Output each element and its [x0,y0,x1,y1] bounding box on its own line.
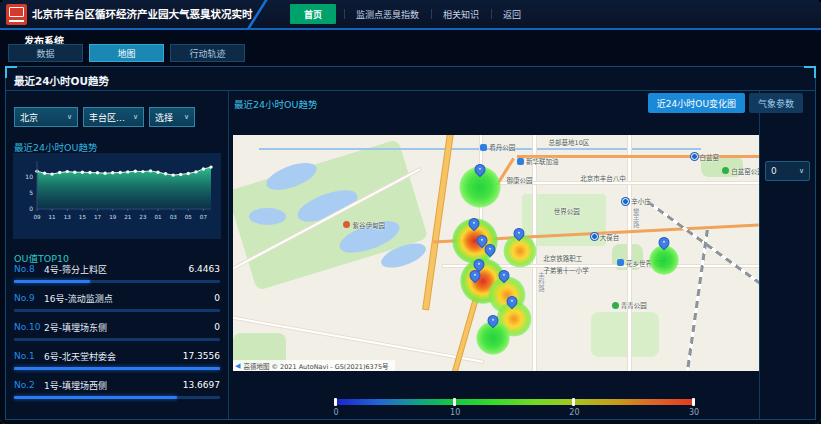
chevron-down-icon: ∨ [799,167,804,175]
ou-rank-label: No.1 [14,351,44,361]
chevron-down-icon: ∨ [67,113,72,121]
map-panel-button-0[interactable]: 近24小时OU变化图 [648,93,745,113]
svg-text:09: 09 [33,214,41,220]
svg-text:05: 05 [185,214,193,220]
ou-top-row-2: No.102号-填埋场东侧0 [14,321,220,341]
filter-select-2[interactable]: 选择∨ [149,107,195,127]
nav-item-1[interactable]: 监测点恶臭指数 [344,0,431,28]
chevron-down-icon: ∨ [184,113,189,121]
app-logo-icon [6,4,27,25]
svg-text:15: 15 [79,214,87,220]
map-label: 紫谷伊甸园 [343,220,385,230]
scale-tick-label: 0 [333,408,338,417]
svg-text:0: 0 [29,205,33,212]
map-label: 樊羊路 [630,208,640,228]
svg-text:23: 23 [139,214,147,220]
filter-row: 北京∨丰台区循环经济产∨选择∨ [14,107,195,127]
ou-rank-label: No.2 [14,380,44,390]
ou-bar-track [14,280,220,283]
ou-value: 0 [214,293,220,303]
trend-title: 最近24小时OU趋势 [14,140,98,154]
filter-select-0[interactable]: 北京∨ [14,107,78,127]
map-road [628,135,631,371]
scale-tick-mark [334,398,337,406]
map-label: 总部基地10区 [549,137,590,147]
filter-select-1[interactable]: 丰台区循环经济产∨ [83,107,144,127]
heat-scale-gradient-bar [336,399,694,405]
svg-text:19: 19 [109,214,117,220]
ou-value: 0 [214,322,220,332]
nav-item-0[interactable]: 首页 [290,4,336,24]
ou-rank-label: No.9 [14,293,44,303]
nav-item-3[interactable]: 返回 [491,0,533,28]
ou-top-list: No.84号-筛分上料区6.4463No.916号-流动监测点0No.102号-… [14,263,220,408]
map-label: 北京市丰台八中 [580,173,626,183]
map-label: 大葆台 [591,232,620,242]
ou-bar-track [14,338,220,341]
chevron-down-icon: ∨ [133,113,138,121]
red-poi-icon [343,221,350,228]
ou-bar-track [14,367,220,370]
ou-top-row-0: No.84号-筛分上料区6.4463 [14,263,220,283]
green-poi-icon [612,302,619,309]
blue-poi-icon [480,144,487,151]
ou-rank-label: No.8 [14,264,44,274]
map-panel-title: 最近24小时OU趋势 [234,97,318,111]
ou-site-name: 16号-流动监测点 [44,292,214,305]
ou-bar-fill [14,367,220,370]
scale-tick-label: 30 [689,408,699,417]
trend-chart-box: 0510091113151719212301030507 [13,153,221,239]
ou-bar-fill [14,396,177,399]
map-water-area [249,208,286,225]
green-poi-icon [722,167,729,174]
svg-text:01: 01 [154,214,162,220]
app-window: 北京市丰台区循环经济产业园大气恶臭状况实时 首页监测点恶臭指数相关知识返回 发布… [0,0,821,424]
map-label: 御康公园 [507,175,533,185]
map-layer-select[interactable]: 0 ∨ [765,161,810,181]
metro-poi-icon [591,233,598,240]
ou-value: 6.4463 [189,264,221,274]
scale-tick-mark [692,398,695,406]
main-nav: 首页监测点恶臭指数相关知识返回 [282,0,533,28]
scale-tick-label: 20 [569,408,579,417]
map-panel-button-1[interactable]: 气象参数 [749,93,803,113]
ou-site-name: 4号-筛分上料区 [44,263,189,276]
ou-top-row-4: No.21号-填埋场西侧13.6697 [14,379,220,399]
publish-tab-2[interactable]: 行动轨迹 [170,44,245,62]
main-panel: 最近24小时OU趋势 北京∨丰台区循环经济产∨选择∨ 最近24小时OU趋势 05… [5,66,816,420]
map-park-area [591,312,659,357]
ou-bar-track [14,309,220,312]
svg-text:5: 5 [29,189,33,196]
panel-header-divider [6,90,815,91]
app-title: 北京市丰台区循环经济产业园大气恶臭状况实时 [32,0,253,28]
map-label: 丰科路 [535,272,545,292]
map-label: 看丹公园 [480,142,515,152]
svg-text:21: 21 [124,214,132,220]
svg-text:10: 10 [25,173,33,180]
blue-poi-icon [617,259,624,266]
publish-tab-1[interactable]: 地图 [89,44,164,62]
publish-tab-0[interactable]: 数据 [8,44,83,62]
map-railway [686,230,709,371]
heat-scale-labels: 0102030 [336,408,694,418]
svg-text:17: 17 [94,214,102,220]
svg-text:13: 13 [64,214,72,220]
map-highway [423,135,454,309]
panel-title: 最近24小时OU趋势 [14,73,109,88]
map-label: 辛小庄 [622,196,651,206]
map-layer-select-value: 0 [771,166,777,176]
trend-chart: 0510091113151719212301030507 [13,153,221,239]
map-label: 白盆窑 [691,152,720,162]
map-canvas[interactable]: 看丹公园总部基地10区新华联加油御康公园北京市丰台八中辛小庄白盆窑白盆窑公园世界… [233,135,759,371]
scale-tick-mark [453,398,456,406]
map-attribution: ◀ 高德地图 © 2021 AutoNavi - GS(2021)6375号 [233,360,395,371]
nav-item-2[interactable]: 相关知识 [431,0,491,28]
ou-top-row-1: No.916号-流动监测点0 [14,292,220,312]
ou-bar-track [14,396,220,399]
metro-poi-icon [622,198,629,205]
map-label: 青青公园 [612,300,647,310]
ou-rank-label: No.10 [14,322,44,332]
ou-top-row-3: No.16号-北天堂村委会17.3556 [14,350,220,370]
svg-text:11: 11 [49,214,57,220]
ou-bar-fill [14,280,90,283]
